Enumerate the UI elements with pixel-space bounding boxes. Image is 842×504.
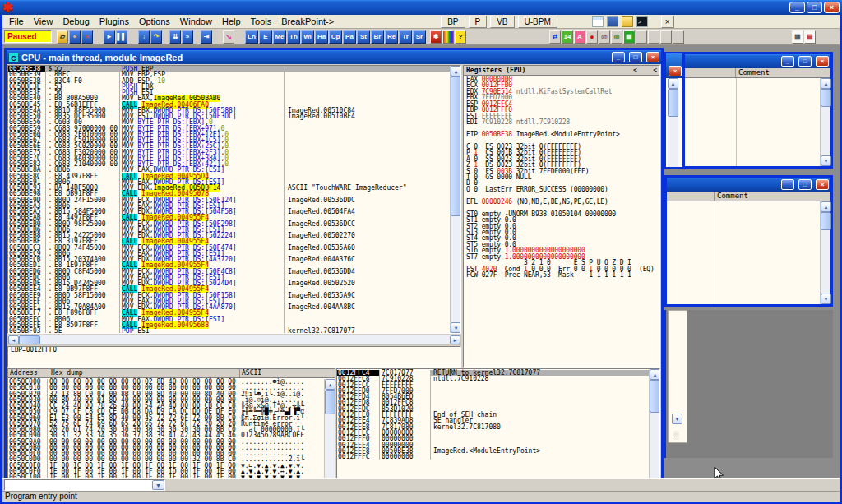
toolbar-e-button[interactable]: E	[259, 30, 272, 44]
go-to-address-button[interactable]: ↘	[223, 30, 234, 44]
plugin-grid-button[interactable]: ▦	[623, 30, 635, 44]
menu-options[interactable]: Options	[134, 16, 175, 27]
appearance-button[interactable]	[442, 30, 454, 44]
console-icon[interactable]: >_	[636, 16, 648, 27]
dump-row[interactable]: 0050C1001F 00 1F 001F 00 1F 001F 00 1F 0…	[8, 474, 324, 478]
toolbar-me-button[interactable]: Me	[273, 30, 286, 44]
options-gear-button[interactable]: ✱	[430, 30, 442, 44]
column-header-blank[interactable]	[685, 68, 736, 77]
menubar-p-button[interactable]: P	[469, 16, 488, 28]
hidden-window-close-button[interactable]: ×	[669, 66, 682, 76]
comment2-scrollbar[interactable]: ▲ ▼	[820, 201, 830, 304]
plugin-spiral-button[interactable]: @	[599, 30, 610, 44]
scroll-up-icon[interactable]: ▲	[325, 379, 335, 390]
menu-view[interactable]: View	[29, 16, 58, 27]
toolbar-blank-button-2[interactable]	[648, 30, 659, 44]
scroll-left-icon[interactable]: ◄	[8, 335, 19, 344]
plugin-target-button[interactable]: ◎	[611, 30, 622, 44]
cpu-close-button[interactable]: ×	[646, 52, 659, 62]
scroll-thumb[interactable]	[451, 76, 461, 216]
plugin-14-button[interactable]: 14	[562, 30, 573, 44]
toolbar-wi-button[interactable]: Wi	[301, 30, 314, 44]
comment2-close-button[interactable]: ×	[816, 179, 829, 190]
toolbar-sr-button[interactable]: Sr	[413, 30, 426, 44]
scroll-thumb[interactable]	[668, 89, 678, 117]
disasm-row[interactable]: 0050BEE9.8B0D 58F15000MOV ECX,DWORD PTR …	[8, 293, 450, 298]
scroll-up-icon[interactable]: ▲	[668, 78, 678, 89]
toolbar-st-button[interactable]: St	[357, 30, 370, 44]
menu-help[interactable]: Help	[217, 16, 246, 27]
scroll-up-icon[interactable]: ▲	[451, 66, 461, 76]
menubar-vb-button[interactable]: VB	[490, 16, 514, 28]
scroll-thumb[interactable]	[650, 380, 660, 413]
disasm-row[interactable]: 0050BE9D.8B0D 24F15000MOV ECX,DWORD PTR …	[8, 197, 450, 203]
stack-row[interactable]: 0012FFFC00000000	[337, 454, 649, 460]
registers-pane[interactable]: Registers (FPU) < < EAX 00000000ECX 0012…	[463, 65, 660, 368]
folder-icon[interactable]	[622, 16, 633, 27]
register-line[interactable]: EFL 00000246 (NO,NB,E,BE,NS,PE,GE,LE)	[464, 199, 659, 205]
command-combobox[interactable]: ▼	[4, 479, 165, 491]
comment1-minimize-button[interactable]: _	[781, 56, 794, 67]
toolbar-br-button[interactable]: Br	[371, 30, 384, 44]
scroll-up-icon[interactable]: ▲	[650, 369, 660, 380]
registers-prev-icon[interactable]: < <	[633, 67, 657, 74]
scroll-thumb[interactable]	[821, 89, 831, 107]
menu-window[interactable]: Window	[175, 16, 217, 27]
menu-file[interactable]: File	[4, 16, 29, 27]
stack-scrollbar[interactable]: ▲	[649, 369, 659, 478]
toolbar-th-button[interactable]: Th	[287, 30, 300, 44]
disasm-row[interactable]: 0050BEF7.E8 F896F8FFCALL ImageRed.004955…	[8, 310, 450, 316]
cpu-minimize-button[interactable]: _	[612, 52, 625, 62]
comment2-minimize-button[interactable]: _	[781, 179, 794, 190]
column-header-comment[interactable]: Comment	[715, 192, 830, 201]
register-line[interactable]: T 0 GS 0000 NULL	[464, 174, 659, 180]
toolbar-blank-button-3[interactable]	[660, 30, 672, 44]
register-line[interactable]: FCW 027F Prec NEAR,53 Mask 1 1 1 1 1 1	[464, 272, 659, 278]
menubar-close-button[interactable]: ×	[661, 16, 674, 28]
menu-debug[interactable]: Debug	[58, 16, 94, 27]
comment-window-2-titlebar[interactable]: _ □ ×	[667, 178, 830, 192]
menubar-bp-button[interactable]: BP	[441, 16, 465, 28]
scroll-thumb[interactable]	[325, 390, 335, 414]
menu-tools[interactable]: Tools	[246, 16, 277, 27]
menu-breakpoint[interactable]: BreakPoint->	[276, 16, 339, 27]
comment-window-1-body[interactable]: ▲ ▼	[685, 78, 830, 166]
scroll-up-icon[interactable]: ▲	[821, 201, 831, 212]
comment2-maximize-button[interactable]: □	[798, 179, 812, 190]
maximize-button[interactable]: □	[807, 2, 822, 13]
combo-dropdown-icon[interactable]: ▼	[152, 480, 164, 490]
animate-over-button[interactable]: »	[182, 30, 193, 44]
plugin-swap-button[interactable]: ⇄	[549, 30, 561, 44]
disassembly-scrollbar[interactable]: ▲ ▼	[450, 66, 460, 333]
scroll-thumb[interactable]	[821, 212, 831, 230]
execute-till-return-button[interactable]: ⇥	[201, 30, 212, 44]
menu-plugins[interactable]: Plugins	[95, 16, 134, 27]
disasm-row[interactable]: 0050BE83.C683 21040000 00MOV BYTE PTR DS…	[8, 161, 450, 167]
register-line[interactable]: EDI 7C910228 ntdll.7C910228	[464, 119, 659, 125]
scroll-right-icon[interactable]: ►	[450, 335, 460, 344]
comment1-close-button[interactable]: ×	[816, 56, 829, 67]
dump-pane[interactable]: Address Hex dump ASCII 0050C00000 00 00 …	[7, 368, 335, 478]
restart-button[interactable]: «	[69, 30, 81, 44]
disasm-row[interactable]: 0050BE38$55PUSH EBP	[8, 66, 450, 72]
scroll-down-icon[interactable]: ▼	[821, 155, 831, 166]
dump-scrollbar[interactable]: ▲	[324, 379, 335, 478]
hscroll-thumb[interactable]	[19, 335, 40, 344]
run-button[interactable]: ►	[104, 30, 115, 44]
notepad-icon[interactable]	[592, 16, 604, 27]
toolbar-re-button[interactable]: Re	[385, 30, 398, 44]
pause-button[interactable]: ▌▌	[116, 30, 127, 44]
scroll-up-icon[interactable]: ▲	[821, 78, 831, 89]
disassembly-pane[interactable]: 0050BE38$55PUSH EBP0050BE39.8BECMOV EBP,…	[7, 65, 461, 334]
menubar-u-bpm-button[interactable]: U-BPM	[518, 16, 557, 28]
minimize-button[interactable]: _	[789, 2, 805, 13]
disasm-row[interactable]: 0050BE3B.83C4 F0ADD ESP,-10	[8, 78, 450, 84]
book-icon[interactable]	[607, 16, 618, 27]
toolbar-ln-button[interactable]: Ln	[245, 30, 258, 44]
open-file-button[interactable]: ▱	[57, 30, 68, 44]
toolbar-blank-button-4[interactable]	[673, 30, 684, 44]
toolbar-pa-button[interactable]: Pa	[343, 30, 356, 44]
toolbar-cp-button[interactable]: Cp	[329, 30, 342, 44]
scroll-down-icon[interactable]: ▼	[451, 322, 461, 333]
register-line[interactable]: O 0 LastErr ERROR_SUCCESS (00000000)	[464, 187, 659, 192]
